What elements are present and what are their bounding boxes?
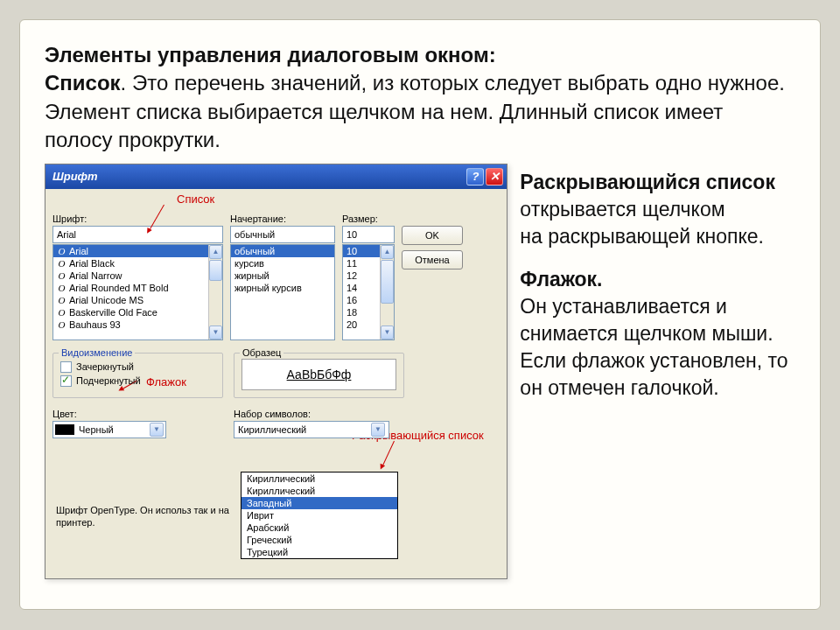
charset-dropdown-list[interactable]: Кириллический Кириллический Западный Ивр… <box>241 472 398 559</box>
list-item[interactable]: курсив <box>231 257 334 270</box>
list-item[interactable]: 14 <box>343 282 380 294</box>
ok-button[interactable]: OK <box>402 226 463 245</box>
list-item[interactable]: 18 <box>343 306 380 318</box>
help-button[interactable]: ? <box>466 168 484 186</box>
scroll-up-icon[interactable]: ▲ <box>381 245 394 259</box>
underline-checkbox[interactable] <box>60 375 72 387</box>
effects-fieldset: Видоизменение Зачеркнутый Подчеркнутый <box>52 353 223 398</box>
style-input[interactable] <box>230 226 335 243</box>
dialog-body: Список Флажок Раскрывающийся список Шриф… <box>46 189 507 578</box>
charset-combo[interactable]: Кириллический ▼ <box>234 421 389 438</box>
list-item[interactable]: жирный курсив <box>231 282 334 294</box>
list-item[interactable]: OArial <box>53 245 208 257</box>
font-dialog: Шрифт ? ✕ Список Флажок Раскрывающийся с… <box>45 164 508 579</box>
dropdown-list-line2: на раскрывающей кнопке. <box>520 225 764 248</box>
scrollbar[interactable]: ▲ ▼ <box>208 245 222 340</box>
charset-value: Кириллический <box>238 424 306 435</box>
chevron-down-icon[interactable]: ▼ <box>150 423 164 437</box>
underline-label: Подчеркнутый <box>76 375 141 386</box>
cancel-button[interactable]: Отмена <box>402 250 463 270</box>
list-item[interactable]: Турецкий <box>242 546 397 558</box>
list-item[interactable]: OArial Unicode MS <box>53 294 208 306</box>
list-item[interactable]: OArial Rounded MT Bold <box>53 282 208 294</box>
scroll-thumb[interactable] <box>381 260 394 304</box>
list-item[interactable]: OArial Narrow <box>53 270 208 282</box>
slide-panel: Элементы управления диалоговым окном: Сп… <box>19 19 821 610</box>
checkbox-bold: Флажок. <box>520 268 602 290</box>
dropdown-list-bold: Раскрывающийся список <box>520 171 775 193</box>
list-item[interactable]: 10 <box>343 245 380 257</box>
callout-list: Список <box>177 192 214 206</box>
headline-title: Элементы управления диалоговым окном: <box>45 43 496 66</box>
content-row: Шрифт ? ✕ Список Флажок Раскрывающийся с… <box>45 164 795 579</box>
close-button[interactable]: ✕ <box>486 168 503 186</box>
dialog-title: Шрифт <box>52 170 98 183</box>
underline-checkbox-row[interactable]: Подчеркнутый <box>60 375 215 387</box>
size-listbox[interactable]: 10 11 12 14 16 18 20 ▲ <box>342 244 395 340</box>
list-item[interactable]: OBaskerville Old Face <box>53 306 208 318</box>
list-item[interactable]: Кириллический <box>242 485 397 497</box>
color-combo[interactable]: Черный ▼ <box>52 421 166 438</box>
headline-list-bold: Список <box>45 71 121 94</box>
list-item[interactable]: 16 <box>343 294 380 306</box>
list-item[interactable]: Кириллический <box>242 472 397 485</box>
list-item[interactable]: 20 <box>343 318 380 331</box>
list-item[interactable]: Западный <box>242 497 397 509</box>
list-item[interactable]: Иврит <box>242 509 397 522</box>
scroll-down-icon[interactable]: ▼ <box>209 326 222 340</box>
color-value: Черный <box>79 424 114 435</box>
color-swatch <box>55 424 74 435</box>
footnote: Шрифт OpenType. Он использ так и на прин… <box>56 504 248 529</box>
scroll-up-icon[interactable]: ▲ <box>209 245 222 259</box>
list-item[interactable]: Арабский <box>242 522 397 534</box>
list-item[interactable]: 11 <box>343 257 380 270</box>
strike-label: Зачеркнутый <box>76 361 134 372</box>
list-item[interactable]: жирный <box>231 270 334 282</box>
color-label: Цвет: <box>52 409 223 419</box>
font-label: Шрифт: <box>52 214 223 224</box>
strike-checkbox[interactable] <box>60 361 72 373</box>
dialog-titlebar[interactable]: Шрифт ? ✕ <box>46 164 507 189</box>
list-item[interactable]: обычный <box>231 245 334 257</box>
list-item[interactable]: 12 <box>343 270 380 282</box>
size-input[interactable] <box>342 226 395 243</box>
list-item[interactable]: Греческий <box>242 534 397 546</box>
callout-line-dropdown <box>382 440 395 465</box>
dropdown-list-rest: открывается щелчком <box>520 198 724 220</box>
sample-fieldset: Образец АаBbБбФф <box>234 353 404 398</box>
chevron-down-icon[interactable]: ▼ <box>371 423 385 437</box>
sample-legend: Образец <box>240 347 284 358</box>
charset-label: Набор символов: <box>234 409 404 419</box>
scrollbar[interactable]: ▲ ▼ <box>380 245 394 340</box>
side-text: Раскрывающийся список открывается щелчко… <box>520 164 795 579</box>
scroll-thumb[interactable] <box>209 260 222 281</box>
font-listbox[interactable]: OArial OArial Black OArial Narrow OArial… <box>52 244 223 340</box>
sample-text: АаBbБбФф <box>242 359 396 390</box>
font-input[interactable] <box>52 226 223 243</box>
headline-text: Элементы управления диалоговым окном: Сп… <box>45 41 795 155</box>
list-item[interactable]: OBauhaus 93 <box>53 318 208 331</box>
style-listbox[interactable]: обычный курсив жирный жирный курсив <box>230 244 335 340</box>
size-label: Размер: <box>342 214 395 224</box>
style-label: Начертание: <box>230 214 335 224</box>
checkbox-rest: Он устанавливается и снимается щелчком м… <box>520 295 788 399</box>
list-item[interactable]: OArial Black <box>53 257 208 270</box>
strike-checkbox-row[interactable]: Зачеркнутый <box>60 361 215 373</box>
scroll-down-icon[interactable]: ▼ <box>381 326 394 340</box>
headline-list-rest: . Это перечень значений, из которых след… <box>45 71 785 151</box>
effects-legend: Видоизменение <box>59 347 135 358</box>
